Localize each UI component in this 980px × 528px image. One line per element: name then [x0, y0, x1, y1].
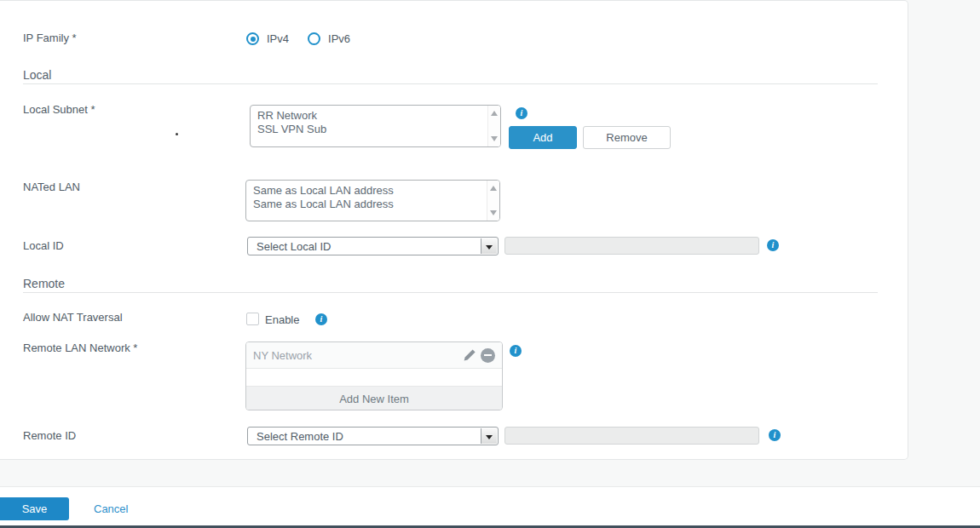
enable-checkbox-label[interactable]: Enable	[265, 313, 299, 326]
local-section-title: Local	[23, 68, 51, 82]
local-subnet-scrollbar[interactable]	[487, 106, 500, 146]
ipv6-radio-label[interactable]: IPv6	[328, 32, 350, 45]
local-subnet-item[interactable]: RR Network	[257, 109, 487, 123]
local-id-info-icon[interactable]: i	[767, 239, 779, 251]
chevron-down-icon[interactable]	[481, 428, 497, 444]
remote-id-label: Remote ID	[23, 429, 76, 442]
remote-lan-info-icon[interactable]: i	[510, 345, 522, 357]
remote-id-info-icon[interactable]: i	[769, 429, 781, 441]
local-id-selected-value: Select Local ID	[257, 240, 331, 253]
ip-family-label: IP Family *	[23, 32, 77, 44]
remote-section-title: Remote	[23, 277, 65, 290]
remove-button[interactable]: Remove	[583, 126, 671, 149]
remote-lan-empty-area	[246, 369, 502, 386]
nat-traversal-label: Allow NAT Traversal	[23, 311, 123, 324]
pencil-icon[interactable]	[463, 348, 476, 362]
remote-id-value-field	[504, 427, 759, 445]
add-button[interactable]: Add	[509, 126, 577, 149]
remote-id-selected-value: Select Remote ID	[257, 430, 343, 443]
local-id-select[interactable]: Select Local ID	[247, 237, 499, 255]
local-id-value-field	[504, 237, 759, 255]
nat-traversal-info-icon[interactable]: i	[315, 313, 327, 325]
remote-lan-item-name: NY Network	[253, 349, 463, 362]
ipv6-radio[interactable]	[308, 32, 320, 45]
remote-id-select[interactable]: Select Remote ID	[247, 427, 499, 445]
remote-section-divider	[23, 292, 878, 293]
nated-lan-item[interactable]: Same as Local LAN address	[253, 184, 487, 198]
local-subnet-info-icon[interactable]: i	[516, 107, 527, 119]
scroll-up-icon[interactable]	[491, 111, 498, 116]
footer-bar: Save Cancel	[0, 486, 980, 525]
stray-dot	[176, 133, 178, 135]
minus-circle-icon[interactable]	[481, 348, 495, 363]
remote-lan-row[interactable]: NY Network	[246, 342, 502, 369]
local-subnet-listbox[interactable]: RR Network SSL VPN Sub	[250, 105, 501, 147]
save-button[interactable]: Save	[0, 497, 69, 520]
add-new-item-button[interactable]: Add New Item	[246, 386, 502, 410]
chevron-down-icon[interactable]	[481, 238, 497, 254]
local-subnet-label: Local Subnet *	[23, 103, 95, 116]
nated-lan-listbox[interactable]: Same as Local LAN address Same as Local …	[245, 180, 500, 221]
local-section-divider	[23, 83, 878, 84]
scroll-down-icon[interactable]	[490, 210, 497, 215]
scroll-down-icon[interactable]	[491, 136, 498, 141]
ipv4-radio[interactable]	[246, 32, 259, 45]
local-id-label: Local ID	[23, 239, 64, 252]
remote-lan-list: NY Network Add New Item	[245, 341, 503, 410]
ipv4-radio-label[interactable]: IPv4	[267, 32, 289, 45]
form-panel: IP Family * IPv4 IPv6 Local Local Subnet…	[0, 0, 908, 460]
ip-family-radio-group: IPv4 IPv6	[246, 32, 361, 45]
remote-lan-label: Remote LAN Network *	[23, 341, 137, 354]
cancel-button[interactable]: Cancel	[94, 502, 128, 515]
local-subnet-item[interactable]: SSL VPN Sub	[257, 123, 487, 136]
scroll-up-icon[interactable]	[490, 186, 497, 191]
nated-lan-item[interactable]: Same as Local LAN address	[253, 198, 487, 211]
enable-checkbox[interactable]	[246, 313, 259, 325]
nated-lan-label: NATed LAN	[23, 181, 80, 193]
nated-lan-scrollbar[interactable]	[487, 181, 499, 221]
